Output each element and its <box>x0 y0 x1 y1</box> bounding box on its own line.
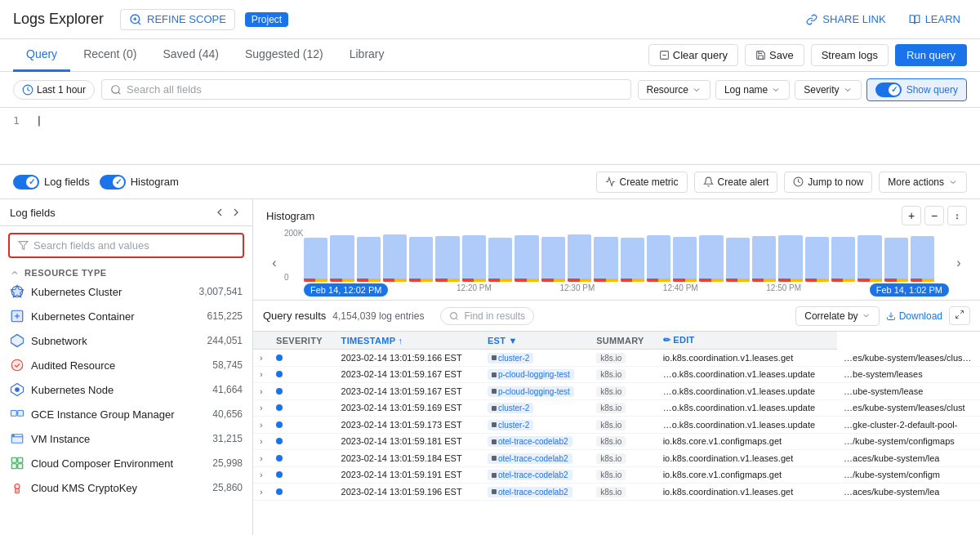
resource-item[interactable]: Kubernetes Container 615,225 <box>0 304 252 328</box>
log-name-filter[interactable]: Log name <box>715 80 790 100</box>
histogram-scroll-button[interactable]: ↕ <box>947 206 967 225</box>
run-query-button[interactable]: Run query <box>895 44 967 66</box>
col-edit[interactable]: ✏ EDIT <box>657 332 837 350</box>
query-editor[interactable]: 1 | <box>0 108 980 165</box>
histogram-bar[interactable] <box>752 236 776 282</box>
histogram-bar[interactable] <box>778 235 802 282</box>
row-expand[interactable]: › <box>253 450 270 467</box>
resource-item[interactable]: Audited Resource 58,745 <box>0 353 252 377</box>
table-row[interactable]: › 2023-02-14 13:01:59.191 EST otel-trace… <box>253 466 980 484</box>
histogram-bar[interactable] <box>435 236 459 282</box>
histogram-bar[interactable] <box>858 235 881 282</box>
show-query-toggle[interactable] <box>875 82 902 97</box>
row-service: k8s.io <box>590 484 656 501</box>
histogram-bar[interactable] <box>594 237 617 282</box>
histogram-bar[interactable] <box>330 235 354 282</box>
download-button[interactable]: Download <box>886 310 942 322</box>
col-severity[interactable]: SEVERITY <box>270 332 335 350</box>
row-expand[interactable]: › <box>253 417 270 434</box>
histogram-bar[interactable] <box>409 237 433 282</box>
histogram-bar[interactable] <box>673 237 697 282</box>
panel-collapse-icon[interactable] <box>213 206 226 219</box>
row-expand[interactable]: › <box>253 350 270 367</box>
table-row[interactable]: › 2023-02-14 13:01:59.184 EST otel-trace… <box>253 450 980 467</box>
section-collapse-icon[interactable] <box>10 268 20 278</box>
resource-item[interactable]: Kubernetes Cluster 3,007,541 <box>0 279 252 304</box>
resource-item[interactable]: Subnetwork 244,051 <box>0 328 252 353</box>
table-row[interactable]: › 2023-02-14 13:01:59.173 EST cluster-2 … <box>253 417 980 434</box>
histogram-bar[interactable] <box>647 235 670 282</box>
time-end-label: Feb 14, 1:02 PM <box>870 283 949 296</box>
histogram-prev-button[interactable]: ‹ <box>266 229 283 296</box>
correlate-button[interactable]: Correlate by <box>795 306 879 326</box>
histogram-bar[interactable] <box>357 237 381 282</box>
tab-query[interactable]: Query <box>13 39 70 72</box>
stream-logs-button[interactable]: Stream logs <box>811 44 889 66</box>
jump-to-now-button[interactable]: Jump to now <box>784 172 872 193</box>
search-all-fields-input[interactable]: Search all fields <box>101 79 630 100</box>
row-expand[interactable]: › <box>253 433 270 450</box>
histogram-bar[interactable] <box>805 237 829 282</box>
row-expand[interactable]: › <box>253 366 270 383</box>
create-alert-button[interactable]: Create alert <box>694 172 778 193</box>
histogram-bar[interactable] <box>831 237 855 282</box>
panel-expand-icon[interactable] <box>229 206 243 219</box>
resource-name: Subnetwork <box>31 335 201 347</box>
expand-results-button[interactable] <box>949 306 970 325</box>
histogram-bar[interactable] <box>488 238 512 282</box>
time-label-3: 12:40 PM <box>663 283 698 296</box>
resource-item[interactable]: Cloud Composer Environment 25,998 <box>0 451 252 475</box>
row-expand[interactable]: › <box>253 466 270 484</box>
create-metric-button[interactable]: Create metric <box>596 172 688 193</box>
histogram-bar[interactable] <box>726 238 750 282</box>
more-actions-button[interactable]: More actions <box>879 172 967 193</box>
table-row[interactable]: › 2023-02-14 13:01:59.181 EST otel-trace… <box>253 433 980 450</box>
share-link-button[interactable]: SHARE LINK <box>800 10 892 29</box>
resource-item[interactable]: GCE Instance Group Manager 40,656 <box>0 402 252 426</box>
histogram-bar[interactable] <box>541 237 565 282</box>
row-expand[interactable]: › <box>253 399 270 417</box>
table-row[interactable]: › 2023-02-14 13:01:59.169 EST cluster-2 … <box>253 399 980 417</box>
histogram-bar[interactable] <box>514 235 538 282</box>
tab-saved[interactable]: Saved (44) <box>149 39 231 72</box>
tab-library[interactable]: Library <box>336 39 398 72</box>
show-query-button[interactable]: Show query <box>866 78 967 101</box>
tab-recent[interactable]: Recent (0) <box>70 39 149 72</box>
resource-item[interactable]: Cloud KMS CryptoKey 25,860 <box>0 475 252 500</box>
row-expand[interactable]: › <box>253 484 270 501</box>
tab-suggested[interactable]: Suggested (12) <box>232 39 336 72</box>
time-selector[interactable]: Last 1 hour <box>13 80 95 100</box>
histogram-bar[interactable] <box>462 235 486 282</box>
resource-item[interactable]: Kubernetes Node 41,664 <box>0 377 252 402</box>
table-row[interactable]: › 2023-02-14 13:01:59.167 EST p-cloud-lo… <box>253 383 980 400</box>
correlate-chevron-icon <box>862 311 871 320</box>
histogram-bar[interactable] <box>304 238 327 282</box>
resource-filter[interactable]: Resource <box>638 80 710 100</box>
learn-button[interactable]: LEARN <box>902 10 967 29</box>
histogram-bar[interactable] <box>699 235 723 282</box>
histogram-toggle[interactable] <box>100 175 126 189</box>
table-row[interactable]: › 2023-02-14 13:01:59.166 EST cluster-2 … <box>253 350 980 367</box>
histogram-bar[interactable] <box>884 238 908 282</box>
log-fields-toggle[interactable] <box>13 175 39 189</box>
refine-scope-button[interactable]: REFINE SCOPE <box>120 9 235 30</box>
resource-item[interactable]: VM Instance 31,215 <box>0 426 252 451</box>
expand-icon <box>955 310 964 319</box>
row-expand[interactable]: › <box>253 383 270 400</box>
field-search-input[interactable]: Search fields and values <box>8 233 244 258</box>
save-button[interactable]: Save <box>745 44 804 66</box>
col-timestamp[interactable]: TIMESTAMP ↑ <box>335 332 481 350</box>
histogram-bar[interactable] <box>911 236 934 282</box>
zoom-in-button[interactable]: + <box>902 206 921 225</box>
severity-filter[interactable]: Severity <box>795 80 861 100</box>
zoom-out-button[interactable]: − <box>924 206 944 225</box>
histogram-bar[interactable] <box>621 238 644 282</box>
table-row[interactable]: › 2023-02-14 13:01:59.196 EST otel-trace… <box>253 484 980 501</box>
clear-query-button[interactable]: Clear query <box>648 44 738 66</box>
histogram-bar[interactable] <box>568 234 591 282</box>
table-row[interactable]: › 2023-02-14 13:01:59.167 EST p-cloud-lo… <box>253 366 980 383</box>
find-in-results-input[interactable]: Find in results <box>440 307 534 325</box>
histogram-bar[interactable] <box>383 234 407 282</box>
col-est[interactable]: EST ▼ <box>481 332 590 350</box>
histogram-next-button[interactable]: › <box>951 229 967 296</box>
